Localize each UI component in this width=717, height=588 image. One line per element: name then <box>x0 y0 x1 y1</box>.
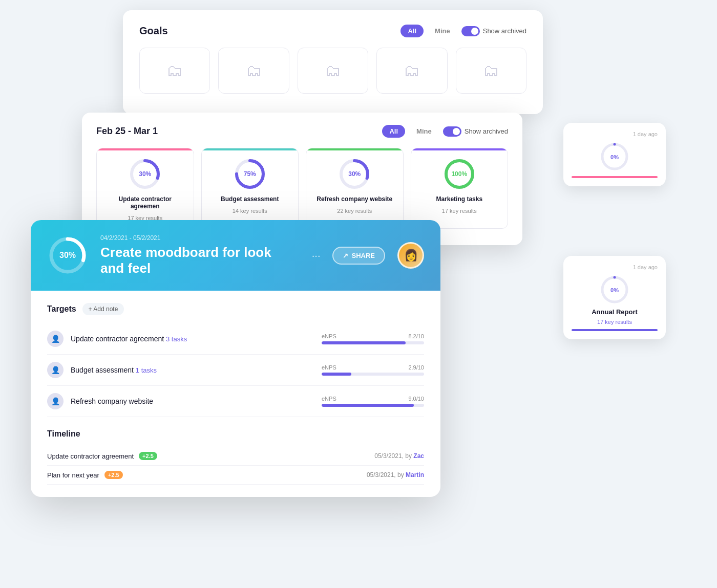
side-donut-wrap: 0% <box>572 141 658 172</box>
share-label: SHARE <box>351 252 375 259</box>
target-avatar-2: 👤 <box>47 362 64 378</box>
donut-label: 75% <box>244 170 256 178</box>
timeline-title: Timeline <box>47 429 80 439</box>
goal-card-budget[interactable]: 75% Budget assessment 14 key results <box>201 148 299 229</box>
detail-body: Targets + Add note 👤 Update contractor a… <box>31 291 440 497</box>
goal-card-marketing[interactable]: 100% Marketing tasks 17 key results <box>411 148 509 229</box>
header-donut: 30% <box>47 235 88 276</box>
folder-icon: 🗂 <box>325 61 341 80</box>
svg-text:0%: 0% <box>610 287 619 293</box>
timeline-section: Timeline Update contractor agreement +2.… <box>47 429 424 485</box>
folder-item[interactable]: 🗂 <box>376 48 447 94</box>
goals-archive-toggle[interactable]: Show archived <box>461 26 526 36</box>
donut-marketing: 100% <box>443 158 476 190</box>
weekly-title: Feb 25 - Mar 1 <box>96 126 158 137</box>
goal-cards-row: 30% Update contractor agreemen 17 key re… <box>96 148 508 229</box>
side-card-ago: 1 day ago <box>572 264 658 270</box>
donut-label: 30% <box>139 170 151 178</box>
targets-title: Targets <box>47 304 76 314</box>
folder-icon: 🗂 <box>483 61 499 80</box>
goals-archive-label: Show archived <box>483 27 526 35</box>
annual-report-sub: 17 key results <box>597 319 632 325</box>
weekly-filter-mine[interactable]: Mine <box>409 125 439 138</box>
add-note-button[interactable]: + Add note <box>82 303 124 315</box>
goals-header: Goals All Mine Show archived <box>139 25 526 37</box>
folder-item[interactable]: 🗂 <box>456 48 526 94</box>
donut-label: 30% <box>348 170 361 178</box>
folder-icon: 🗂 <box>404 61 420 80</box>
metric-value-2: 2.9/10 <box>408 364 424 371</box>
goals-filter-all[interactable]: All <box>400 25 424 37</box>
side-card-top: 1 day ago 0% <box>563 123 666 186</box>
metric-bar-fill-3 <box>322 404 414 407</box>
metric-bar-bg-3 <box>322 404 424 407</box>
target-name-1: Update contractor agreement 3 tasks <box>71 335 314 343</box>
folder-grid: 🗂 🗂 🗂 🗂 🗂 <box>139 48 526 94</box>
annual-report-name: Annual Report <box>592 308 638 316</box>
header-percent: 30% <box>59 251 76 260</box>
share-button[interactable]: ↗ SHARE <box>332 247 385 265</box>
avatar-image: 👩 <box>399 244 423 267</box>
target-metric-2: eNPS 2.9/10 <box>322 364 424 376</box>
toggle-switch-icon[interactable] <box>443 126 461 137</box>
metric-label-3: eNPS <box>322 396 336 402</box>
weekly-filter-all[interactable]: All <box>382 125 405 138</box>
weekly-header: Feb 25 - Mar 1 All Mine Show archived <box>96 125 508 138</box>
avatar[interactable]: 👩 <box>397 242 424 269</box>
donut-budget: 75% <box>234 158 266 190</box>
toggle-switch-icon[interactable] <box>461 26 480 36</box>
folder-icon: 🗂 <box>166 61 183 80</box>
metric-bar-bg-2 <box>322 373 424 376</box>
timeline-name-2: Plan for next year <box>47 471 99 479</box>
target-row-website: 👤 Refresh company website eNPS 9.0/10 <box>47 386 424 417</box>
timeline-left-2: Plan for next year +2.5 <box>47 471 123 479</box>
goal-sub: 22 key results <box>337 208 372 214</box>
timeline-badge-2: +2.5 <box>104 471 123 479</box>
goal-card-contractor[interactable]: 30% Update contractor agreemen 17 key re… <box>96 148 194 229</box>
side-card-bar-purple <box>572 329 658 331</box>
target-row-budget: 👤 Budget assessment 1 tasks eNPS 2.9/10 <box>47 355 424 386</box>
weekly-filter-group: All Mine Show archived <box>382 125 508 138</box>
metric-value-1: 8.2/10 <box>408 333 424 339</box>
target-link-1[interactable]: 3 tasks <box>166 335 187 343</box>
metric-bar-fill-1 <box>322 341 406 344</box>
timeline-right-1: 05/3/2021, by Zac <box>374 452 424 460</box>
target-avatar-3: 👤 <box>47 393 64 409</box>
donut-label: 100% <box>451 170 467 178</box>
metric-label-1: eNPS <box>322 333 336 339</box>
target-avatar-1: 👤 <box>47 331 64 347</box>
goal-name: Refresh company website <box>317 195 392 203</box>
detail-card: 30% 04/2/2021 - 05/2/2021 Create moodboa… <box>31 220 440 497</box>
more-options-icon[interactable]: ··· <box>312 250 321 262</box>
donut-contractor: 30% <box>129 158 161 190</box>
timeline-badge-1: +2.5 <box>139 452 157 460</box>
goal-card-website[interactable]: 30% Refresh company website 22 key resul… <box>306 148 404 229</box>
toggle-knob <box>453 128 460 135</box>
folder-icon: 🗂 <box>246 61 262 80</box>
side-card-bar-pink <box>572 176 658 178</box>
share-icon: ↗ <box>343 252 348 259</box>
goal-name: Budget assessment <box>221 195 279 203</box>
timeline-right-2: 05/3/2021, by Martin <box>367 471 424 478</box>
metric-label-2: eNPS <box>322 364 336 371</box>
folder-item[interactable]: 🗂 <box>298 48 368 94</box>
side-donut-annual-svg: 0% <box>599 274 630 305</box>
target-metric-3: eNPS 9.0/10 <box>322 396 424 407</box>
weekly-archive-toggle[interactable]: Show archived <box>443 126 508 137</box>
targets-section-header: Targets + Add note <box>47 303 424 315</box>
folder-item[interactable]: 🗂 <box>218 48 289 94</box>
goals-card: Goals All Mine Show archived 🗂 🗂 🗂 🗂 🗂 <box>123 10 543 114</box>
folder-item[interactable]: 🗂 <box>139 48 210 94</box>
goals-filter-mine[interactable]: Mine <box>428 25 457 37</box>
target-name-2: Budget assessment 1 tasks <box>71 366 314 374</box>
target-row-contractor: 👤 Update contractor agreement 3 tasks eN… <box>47 323 424 355</box>
timeline-section-header: Timeline <box>47 429 424 439</box>
target-metric-1: eNPS 8.2/10 <box>322 333 424 344</box>
metric-bar-fill-2 <box>322 373 351 376</box>
goal-sub: 17 key results <box>442 208 477 214</box>
side-donut-wrap: 0% Annual Report 17 key results <box>572 274 658 325</box>
target-link-2[interactable]: 1 tasks <box>136 366 157 374</box>
metric-top-2: eNPS 2.9/10 <box>322 364 424 371</box>
detail-header: 30% 04/2/2021 - 05/2/2021 Create moodboa… <box>31 220 440 291</box>
timeline-person-2: Martin <box>406 471 424 478</box>
